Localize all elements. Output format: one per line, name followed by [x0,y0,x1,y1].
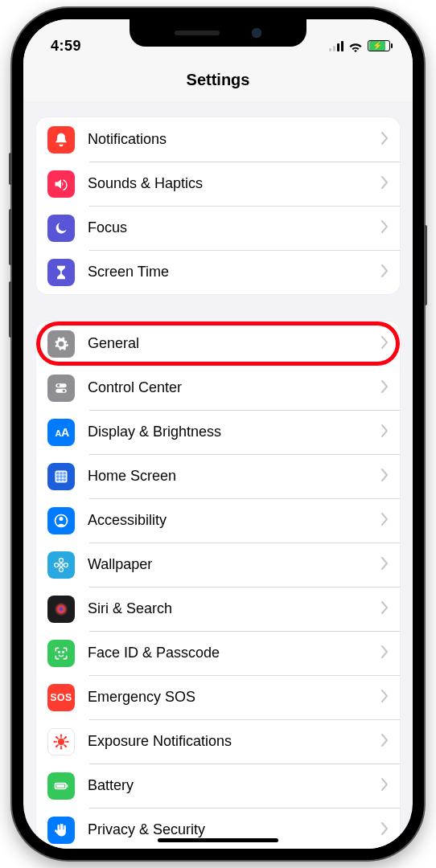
settings-row-label: Display & Brightness [88,424,368,440]
settings-row-label: Exposure Notifications [88,733,368,750]
settings-row-label: Battery [88,777,368,794]
battery-icon [47,772,75,800]
chevron-right-icon [380,424,389,440]
settings-group-2: GeneralControl CenterDisplay & Brightnes… [36,321,400,849]
settings-row-label: Sounds & Haptics [88,175,368,192]
chevron-right-icon [380,132,389,148]
settings-row-wallpaper[interactable]: Wallpaper [36,542,400,587]
moon-icon [47,215,75,242]
chevron-right-icon [380,645,389,661]
gear-icon [47,330,75,358]
settings-row-label: Wallpaper [88,556,368,573]
chevron-right-icon [380,557,389,573]
settings-row-accessibility[interactable]: Accessibility [36,498,400,542]
navbar: Settings [23,59,413,101]
home-indicator[interactable] [158,838,278,842]
cellular-signal-icon [329,41,343,51]
hand-icon [47,817,75,844]
screen: 4:59 ⚡ Settings NotificationsSounds & Ha… [23,19,413,849]
settings-row-label: Screen Time [88,264,368,280]
mute-switch [9,153,12,185]
settings-row-focus[interactable]: Focus [36,206,400,250]
chevron-right-icon [380,734,389,750]
bell-icon [47,126,75,154]
chevron-right-icon [380,601,389,617]
notch [130,19,306,47]
settings-row-siri-search[interactable]: Siri & Search [36,587,400,631]
front-camera [252,28,261,38]
settings-row-label: Face ID & Passcode [88,645,368,661]
settings-row-label: Emergency SOS [88,689,368,706]
settings-row-label: Privacy & Security [88,821,368,838]
settings-row-sounds-haptics[interactable]: Sounds & Haptics [36,162,400,206]
settings-row-display-brightness[interactable]: Display & Brightness [36,410,400,454]
settings-row-privacy-security[interactable]: Privacy & Security [36,808,400,849]
textsize-icon [47,419,75,446]
flower-icon [47,551,75,579]
earpiece [175,31,220,35]
settings-row-label: Control Center [88,379,368,396]
settings-row-label: Home Screen [88,468,368,485]
hourglass-icon [47,259,75,286]
settings-row-exposure-notifications[interactable]: Exposure Notifications [36,719,400,764]
settings-row-label: General [88,335,368,352]
grid-icon [47,463,75,490]
chevron-right-icon [380,822,389,838]
settings-row-label: Accessibility [88,512,368,529]
settings-row-battery[interactable]: Battery [36,764,400,808]
status-time: 4:59 [51,38,81,55]
iphone-device-frame: 4:59 ⚡ Settings NotificationsSounds & Ha… [12,8,424,860]
siri-icon [47,596,75,623]
chevron-right-icon [380,220,389,236]
wifi-icon [348,40,363,51]
speaker-icon [47,170,75,198]
person-icon [47,507,75,534]
settings-row-control-center[interactable]: Control Center [36,366,400,410]
settings-row-notifications[interactable]: Notifications [36,117,400,162]
settings-row-emergency-sos[interactable]: SOSEmergency SOS [36,675,400,719]
chevron-right-icon [380,264,389,280]
settings-row-general[interactable]: General [36,321,400,366]
chevron-right-icon [380,336,389,352]
chevron-right-icon [380,778,389,794]
settings-row-home-screen[interactable]: Home Screen [36,454,400,498]
settings-row-label: Focus [88,219,368,236]
chevron-right-icon [380,469,389,485]
chevron-right-icon [380,176,389,192]
chevron-right-icon [380,513,389,529]
settings-row-face-id-passcode[interactable]: Face ID & Passcode [36,631,400,675]
virus-icon [47,728,75,755]
settings-scroll[interactable]: NotificationsSounds & HapticsFocusScreen… [23,101,413,849]
faceid-icon [47,640,75,667]
volume-up [9,209,12,265]
settings-row-label: Siri & Search [88,600,368,617]
chevron-right-icon [380,690,389,706]
settings-row-screen-time[interactable]: Screen Time [36,250,400,294]
settings-group-1: NotificationsSounds & HapticsFocusScreen… [36,117,400,294]
sos-icon: SOS [47,684,75,711]
volume-down [9,281,12,338]
power-button [424,225,427,305]
page-title: Settings [187,71,250,89]
battery-charging-icon: ⚡ [368,40,390,51]
settings-row-label: Notifications [88,131,368,148]
chevron-right-icon [380,380,389,396]
toggles-icon [47,375,75,402]
